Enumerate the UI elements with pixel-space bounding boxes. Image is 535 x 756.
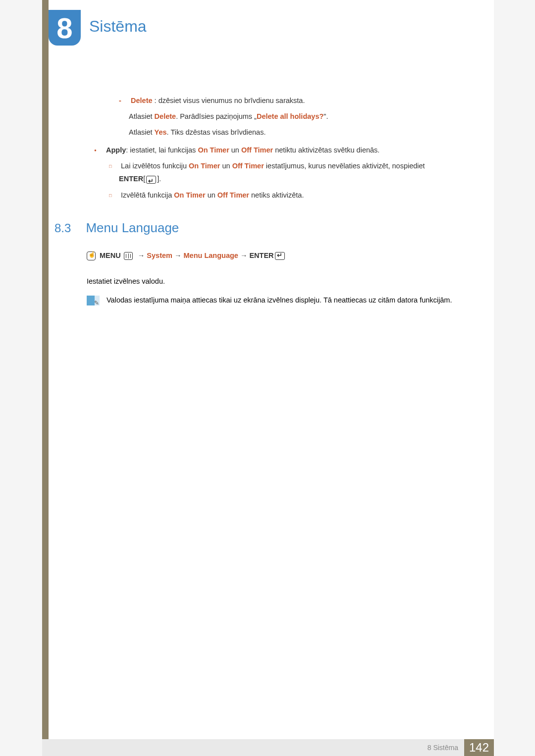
square-bullet-icon: □ <box>109 192 119 200</box>
chapter-number: 8 <box>56 11 72 45</box>
text: . Parādīsies paziņojums „ <box>176 112 257 120</box>
text: . Tiks dzēstas visas brīvdienas. <box>167 128 266 136</box>
text: [ <box>143 175 145 183</box>
dot-bullet-icon: ● <box>94 147 104 154</box>
apply-item: ● Apply: iestatiet, lai funkcijas On Tim… <box>79 144 456 156</box>
text-em: Yes <box>155 128 167 136</box>
dash-bullet-icon: - <box>119 94 129 107</box>
text: Atlasiet <box>129 128 155 136</box>
nav-menu-language: Menu Language <box>184 252 238 259</box>
enter-icon <box>146 176 156 184</box>
arrow-icon: → <box>240 252 248 259</box>
delete-item: - Delete : dzēsiet visus vienumus no brī… <box>79 94 456 107</box>
text: un <box>220 162 232 170</box>
osd-icon <box>87 252 96 260</box>
text: ]. <box>157 175 161 183</box>
square-bullet-icon: □ <box>109 162 119 170</box>
nav-path: MENU → System → Menu Language → ENTER <box>87 252 286 260</box>
text-em: Delete <box>155 112 176 120</box>
text: Lai izvēlētos funkciju <box>121 162 189 170</box>
section-title: Menu Language <box>86 220 179 236</box>
note-block: Valodas iestatījuma maiņa attiecas tikai… <box>87 294 453 306</box>
apply-label: Apply <box>106 146 126 154</box>
footer-breadcrumb: 8 Sistēma <box>428 744 458 752</box>
nav-system: System <box>147 252 172 259</box>
text: : iestatiet, lai funkcijas <box>126 146 198 154</box>
note-text: Valodas iestatījuma maiņa attiecas tikai… <box>107 294 452 306</box>
text: ". <box>323 112 328 120</box>
text: Atlasiet <box>129 112 155 120</box>
text: un <box>229 146 241 154</box>
chapter-badge: 8 <box>49 10 81 46</box>
text: iestatījumus, kurus nevēlaties aktivizēt… <box>264 162 425 170</box>
delete-line3: Atlasiet Yes. Tiks dzēstas visas brīvdie… <box>79 126 456 139</box>
sidebar-strip <box>42 0 49 756</box>
apply-sub1: □ Lai izvēlētos funkciju On Timer un Off… <box>79 159 456 185</box>
enter-label: ENTER <box>119 175 143 183</box>
menu-icon <box>124 252 133 260</box>
nav-enter: ENTER <box>249 252 273 259</box>
text-em: Off Timer <box>241 146 273 154</box>
content-body: - Delete : dzēsiet visus vienumus no brī… <box>79 94 456 204</box>
delete-line2: Atlasiet Delete. Parādīsies paziņojums „… <box>79 110 456 123</box>
arrow-icon: → <box>174 252 182 259</box>
text-em: Off Timer <box>232 162 264 170</box>
enter-icon <box>275 252 285 260</box>
text-em: On Timer <box>189 162 220 170</box>
delete-desc: : dzēsiet visus vienumus no brīvdienu sa… <box>153 97 305 104</box>
apply-sub2: □ Izvēlētā funkcija On Timer un Off Time… <box>79 189 456 202</box>
footer-page-number: 142 <box>464 739 494 756</box>
section-heading: 8.3 Menu Language <box>54 220 179 236</box>
text-em: On Timer <box>198 146 229 154</box>
text: Izvēlētā funkcija <box>121 191 174 199</box>
delete-label: Delete <box>131 97 153 104</box>
text: netiks aktivizēta. <box>249 191 304 199</box>
nav-menu: MENU <box>100 252 121 259</box>
footer-bar: 8 Sistēma 142 <box>42 739 494 756</box>
description-text: Iestatiet izvēlnes valodu. <box>87 277 165 285</box>
text-em: Off Timer <box>217 191 249 199</box>
section-number: 8.3 <box>54 221 71 235</box>
chapter-title: Sistēma <box>89 17 147 36</box>
text-em: On Timer <box>174 191 205 199</box>
arrow-icon: → <box>138 252 145 259</box>
text: un <box>206 191 217 199</box>
note-icon <box>87 296 100 305</box>
text-em: Delete all holidays? <box>257 112 323 120</box>
text: netiktu aktivizētas svētku dienās. <box>273 146 379 154</box>
